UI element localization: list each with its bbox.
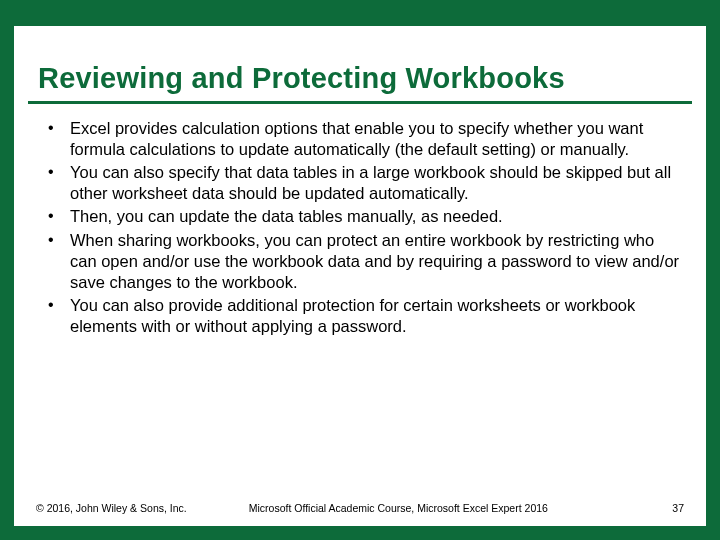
title-rule bbox=[28, 101, 692, 104]
bullet-item: When sharing workbooks, you can protect … bbox=[40, 230, 680, 293]
bullet-item: Then, you can update the data tables man… bbox=[40, 206, 680, 227]
bullet-list: Excel provides calculation options that … bbox=[40, 118, 680, 337]
bullet-item: You can also specify that data tables in… bbox=[40, 162, 680, 204]
slide: Reviewing and Protecting Workbooks Excel… bbox=[14, 26, 706, 526]
bullet-item: You can also provide additional protecti… bbox=[40, 295, 680, 337]
slide-title: Reviewing and Protecting Workbooks bbox=[14, 26, 706, 101]
footer-course: Microsoft Official Academic Course, Micr… bbox=[187, 502, 673, 514]
footer-page-number: 37 bbox=[672, 502, 684, 514]
slide-content: Excel provides calculation options that … bbox=[14, 114, 706, 337]
footer-copyright: © 2016, John Wiley & Sons, Inc. bbox=[36, 502, 187, 514]
bullet-item: Excel provides calculation options that … bbox=[40, 118, 680, 160]
slide-footer: © 2016, John Wiley & Sons, Inc. Microsof… bbox=[14, 502, 706, 514]
